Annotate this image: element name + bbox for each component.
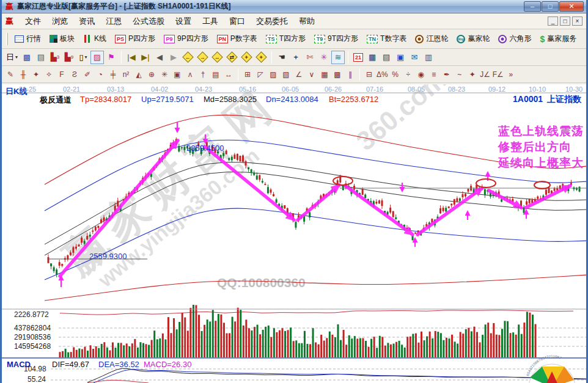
f-angle-icon[interactable]: F∠	[492, 68, 504, 81]
k-mark-icon[interactable]: ʌ	[184, 68, 196, 81]
gold-mark-icon[interactable]: ✦	[466, 68, 479, 81]
crosshair-tool-icon[interactable]: +	[289, 51, 303, 64]
p-square-button[interactable]: PSP四方形	[111, 32, 159, 46]
calculator-icon[interactable]: ▦	[366, 51, 379, 64]
flag-icon[interactable]: ⚑	[105, 51, 118, 64]
zigzag-icon[interactable]: ∨	[306, 68, 318, 81]
candle-type-button[interactable]: ▯▾	[76, 51, 90, 64]
t9-square-button[interactable]: T99T四方形	[311, 32, 362, 46]
sectors-button[interactable]: 板块	[46, 32, 78, 46]
diamond-right-icon[interactable]: →	[196, 51, 210, 64]
box-tool-icon[interactable]: ▣	[171, 68, 183, 81]
last-bar-icon[interactable]: ▶|	[139, 51, 152, 64]
fibonacci-icon[interactable]: F	[56, 68, 68, 81]
close-button[interactable]: ✕	[559, 1, 584, 12]
mail-icon[interactable]: ✉	[408, 51, 421, 64]
more-tools-chevron[interactable]: »	[505, 68, 517, 81]
brush-icon[interactable]: ✒	[441, 68, 453, 81]
menu-trade[interactable]: 交易委托	[251, 14, 293, 29]
tile-windows-icon[interactable]: ▩	[20, 51, 34, 64]
diamond-cross-icon[interactable]: +	[240, 51, 254, 64]
shen-tool-icon[interactable]: †	[197, 68, 209, 81]
report-icon[interactable]: ▤	[380, 51, 393, 64]
pattern-tool-icon[interactable]: ✳	[317, 51, 331, 64]
menu-stock-picker[interactable]: 公式选股	[127, 14, 170, 29]
hexagon-icon	[498, 35, 507, 43]
maximize-button[interactable]: □	[542, 1, 559, 12]
gold-line2-icon[interactable]: ✧	[43, 68, 55, 81]
t-number-button[interactable]: TNT数字表	[363, 32, 410, 46]
kite-icon[interactable]: ◭	[133, 68, 145, 81]
diamond-lr-icon[interactable]: ↔	[210, 51, 224, 64]
angle-line-icon[interactable]: ∠	[293, 68, 305, 81]
star-burst-icon[interactable]: ✳	[158, 68, 171, 81]
parallel-lines-icon[interactable]: ∥	[344, 68, 356, 81]
menu-gann[interactable]: 江恩	[100, 14, 127, 29]
gann-grid-icon[interactable]: ▨	[90, 51, 104, 64]
grid-box-icon[interactable]: ⊞	[241, 68, 254, 81]
menu-browse[interactable]: 浏览	[46, 14, 73, 29]
menu-help[interactable]: 帮助	[293, 14, 320, 29]
period-day-button[interactable]: 日▾	[4, 51, 20, 64]
calendar-icon[interactable]: 21	[351, 51, 365, 64]
time-cycle-icon[interactable]: ◔	[94, 68, 106, 81]
first-bar-icon[interactable]: |◀	[125, 51, 138, 64]
percent-line-icon[interactable]: ÷	[402, 68, 414, 81]
dense-grid-icon[interactable]: ▦	[318, 68, 331, 81]
grid-line-icon[interactable]: ╪	[107, 68, 119, 81]
target-circle-icon[interactable]: ⊕	[145, 68, 158, 81]
indicator-name[interactable]: 极反通道	[40, 95, 72, 106]
p9-square-button[interactable]: P99P四方形	[160, 32, 212, 46]
hand-tool-icon[interactable]: ☚	[275, 51, 288, 64]
prev-bar-icon[interactable]: ◀	[153, 51, 166, 64]
pen-tool-icon[interactable]: ✎	[4, 68, 17, 81]
mdi-minimize-button[interactable]: _	[548, 16, 558, 26]
spiral-icon[interactable]: Ƨ	[68, 68, 81, 81]
gann-fan-icon[interactable]: ╫	[17, 68, 29, 81]
ray-fan-icon[interactable]: ◸	[254, 68, 266, 81]
hatch-box2-icon[interactable]: ▧	[280, 68, 292, 81]
menu-settings[interactable]: 设置	[170, 14, 197, 29]
quotes-button[interactable]: 行情	[11, 32, 45, 46]
menu-window[interactable]: 窗口	[224, 14, 251, 29]
dense-grid2-icon[interactable]: ▩	[331, 68, 344, 81]
gann-wheel-button[interactable]: 江恩轮	[411, 32, 452, 46]
delta-percent-icon[interactable]: Δ%	[376, 68, 389, 81]
diamond-left-icon[interactable]: ←	[181, 51, 195, 64]
wave-ruler-icon[interactable]: ~	[454, 68, 466, 81]
gold-line1-icon[interactable]: ✦	[30, 68, 42, 81]
mdi-restore-button[interactable]: □	[560, 16, 570, 26]
bars-9-icon[interactable]: ▙9	[62, 51, 76, 64]
kline-button[interactable]: K线	[79, 32, 110, 46]
hatch-box-icon[interactable]: ▨	[267, 68, 279, 81]
diamond-expand-icon[interactable]: +	[254, 51, 268, 64]
winner-wheel-button[interactable]: Big赢家轮	[453, 32, 493, 46]
winner-service-button[interactable]: $赢家服务	[536, 32, 580, 46]
t-square-button[interactable]: TST四方形	[262, 32, 309, 46]
memo-icon[interactable]: ▤	[34, 51, 48, 64]
menu-news[interactable]: 资讯	[73, 14, 100, 29]
p-number-button[interactable]: PNP数字表	[213, 32, 261, 46]
toolbar-separator	[348, 51, 348, 64]
gold-ring-icon[interactable]: ◉	[415, 68, 427, 81]
stats-box-icon[interactable]: ⊟	[363, 68, 375, 81]
gold-rule-icon[interactable]: ≡	[428, 68, 440, 81]
export-icon[interactable]: ▥	[422, 51, 435, 64]
pencil-icon[interactable]: ✐	[81, 68, 94, 81]
wave-tool-icon[interactable]: ≋	[331, 51, 345, 64]
next-bar-icon[interactable]: ▶	[167, 51, 180, 64]
menu-tools[interactable]: 工具	[197, 14, 224, 29]
diamond-swap-icon[interactable]: ⇄	[225, 51, 239, 64]
j-angle-icon[interactable]: J∠	[479, 68, 491, 81]
ruler-icon[interactable]: ↔	[222, 68, 235, 81]
bars-3-icon[interactable]: ▙3	[48, 51, 62, 64]
snip-tool-icon[interactable]: ✄	[303, 51, 317, 64]
square-n2-icon[interactable]: n²	[120, 68, 132, 81]
percent-icon[interactable]: %	[389, 68, 402, 81]
save-icon[interactable]: ▣	[394, 51, 407, 64]
minimize-button[interactable]: –	[524, 1, 541, 12]
menu-file[interactable]: 文件	[20, 14, 46, 29]
ying-tool-icon[interactable]: ▤	[210, 68, 222, 81]
mdi-close-button[interactable]: ×	[572, 16, 582, 26]
hexagon-button[interactable]: 六角形	[494, 32, 535, 46]
